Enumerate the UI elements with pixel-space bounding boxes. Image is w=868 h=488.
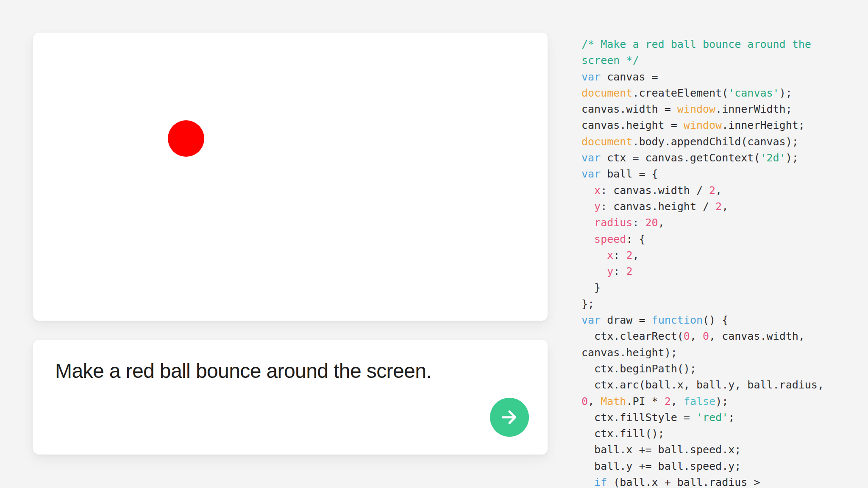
code-token: 0 [703, 330, 709, 342]
code-token: Math [601, 395, 626, 408]
code-line: ball.y += ball.speed.y; [581, 458, 853, 474]
code-token: 20 [645, 216, 658, 229]
code-token: , [722, 200, 728, 213]
code-token: var [581, 314, 601, 326]
code-line: canvas.height); [581, 345, 853, 361]
code-token: function [652, 314, 703, 326]
code-editor[interactable]: /* Make a red ball bounce around thescre… [581, 36, 853, 488]
code-token: false [684, 395, 715, 408]
code-token: ctx.fillStyle = [581, 411, 696, 424]
code-token: x [594, 184, 601, 197]
code-token: : { [626, 233, 645, 245]
code-token: canvas.height); [581, 347, 677, 359]
red-ball [168, 120, 204, 157]
code-token: (ball.x + ball.radius > [607, 476, 760, 488]
code-token [581, 249, 607, 261]
code-token [581, 200, 594, 213]
code-line: ball.x += ball.speed.x; [581, 442, 853, 458]
code-line: ctx.fillStyle = 'red'; [581, 410, 853, 426]
code-line: var ctx = canvas.getContext('2d'); [581, 150, 853, 166]
code-token: window [684, 119, 722, 131]
code-line: if (ball.x + ball.radius > [581, 474, 853, 488]
app-background: { "app": { "background_color": "#f4f4f4"… [0, 0, 868, 488]
code-token: ); [715, 395, 728, 408]
code-token: '2d' [760, 152, 785, 164]
code-line: /* Make a red ball bounce around the [581, 36, 853, 53]
code-token: , [632, 249, 639, 261]
code-token: screen */ [581, 54, 639, 67]
code-token: ctx.fill(); [581, 427, 665, 440]
code-token: ); [786, 152, 798, 164]
code-token: var [581, 71, 601, 83]
code-token: .createElement( [632, 87, 728, 99]
code-token: 'canvas' [728, 87, 779, 99]
code-token: , canvas.width, [709, 330, 805, 342]
code-token: 2 [709, 184, 715, 197]
code-token: ball.y += ball.speed.y; [581, 460, 741, 472]
code-token: document [581, 87, 632, 99]
code-token: y [607, 265, 613, 277]
code-token: : canvas.height / [601, 200, 715, 213]
submit-button[interactable] [490, 398, 529, 437]
code-token: : [613, 249, 626, 261]
code-token [581, 233, 594, 245]
code-token: ); [779, 87, 792, 99]
code-token: , [715, 184, 722, 197]
code-token: () { [703, 314, 728, 326]
code-line: document.body.appendChild(canvas); [581, 134, 853, 150]
code-token: radius [594, 216, 632, 229]
code-token: 2 [715, 200, 722, 213]
code-token: 2 [665, 395, 671, 408]
code-token: y [594, 200, 601, 213]
prompt-text: Make a red ball bounce around the screen… [55, 359, 431, 383]
code-token [581, 476, 594, 488]
code-line: } [581, 280, 853, 296]
code-token [581, 216, 594, 229]
code-line: 0, Math.PI * 2, false); [581, 394, 853, 410]
code-token: : [613, 265, 626, 277]
code-token: , [671, 395, 684, 408]
code-token: var [581, 168, 601, 180]
prompt-input-panel[interactable]: Make a red ball bounce around the screen… [33, 340, 548, 455]
code-line: document.createElement('canvas'); [581, 85, 853, 101]
code-token: 0 [684, 330, 690, 342]
code-token: ctx.arc(ball.x, ball.y, ball.radius, [581, 379, 824, 391]
code-line: }; [581, 296, 853, 312]
code-token: ; [728, 411, 734, 424]
code-line: ctx.fill(); [581, 426, 853, 442]
code-token: /* Make a red ball bounce around the [581, 38, 811, 50]
code-line: y: canvas.height / 2, [581, 199, 853, 215]
code-token: , [658, 216, 665, 229]
code-token: ball = { [601, 168, 658, 180]
code-token: , [588, 395, 601, 408]
code-line: speed: { [581, 231, 853, 247]
code-token: x [607, 249, 613, 261]
code-line: canvas.height = window.innerHeight; [581, 117, 853, 133]
code-token: 0 [581, 395, 588, 408]
code-token: : [632, 216, 645, 229]
arrow-right-icon [499, 407, 520, 428]
code-token: ctx.beginPath(); [581, 363, 696, 375]
code-token: document [581, 136, 632, 148]
code-token: var [581, 152, 601, 164]
code-token: : canvas.width / [601, 184, 709, 197]
code-token: .innerHeight; [722, 119, 805, 131]
code-line: x: canvas.width / 2, [581, 183, 853, 199]
code-line: ctx.arc(ball.x, ball.y, ball.radius, [581, 377, 853, 393]
code-line: var canvas = [581, 69, 853, 85]
code-token: .PI * [626, 395, 664, 408]
code-token: } [581, 281, 601, 294]
code-token: draw = [601, 314, 651, 326]
code-token: if [594, 476, 607, 488]
code-token: }; [581, 298, 594, 310]
code-line: var draw = function() { [581, 312, 853, 328]
code-token: canvas.width = [581, 103, 677, 115]
code-token: ball.x += ball.speed.x; [581, 444, 741, 456]
code-token [581, 265, 607, 277]
code-token: ctx.clearRect( [581, 330, 684, 342]
code-token: window [677, 103, 715, 115]
code-line: screen */ [581, 53, 853, 69]
code-token: speed [594, 233, 626, 245]
code-line: radius: 20, [581, 215, 853, 231]
code-token [581, 184, 594, 197]
